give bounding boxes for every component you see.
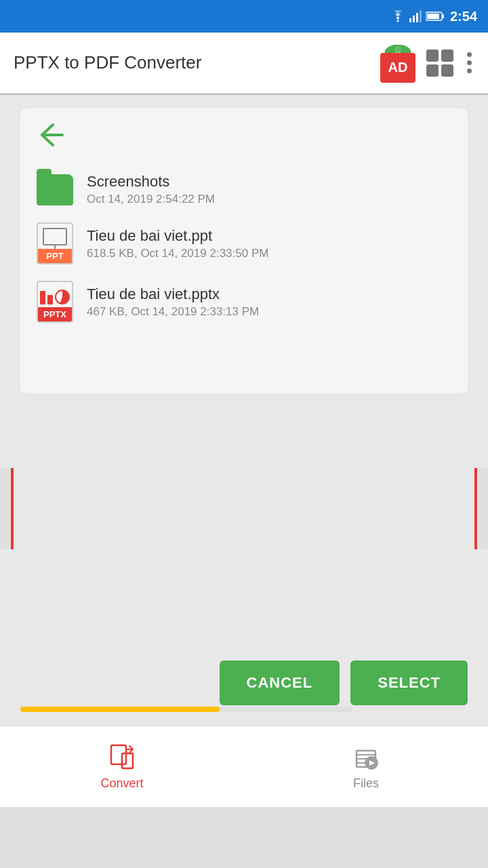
select-button[interactable]: SELECT (350, 660, 468, 705)
progress-bar (20, 707, 352, 712)
nav-item-files[interactable]: Files (244, 743, 488, 791)
svg-rect-3 (416, 13, 418, 22)
battery-icon (426, 11, 445, 22)
file-name: Screenshots (87, 173, 451, 191)
file-meta: Oct 14, 2019 2:54:22 PM (87, 193, 451, 206)
folder-icon (37, 174, 73, 205)
bottom-nav: Convert Files (0, 726, 488, 807)
grid-icon[interactable] (426, 50, 453, 77)
svg-rect-2 (413, 16, 415, 22)
list-item[interactable]: PPT Tieu de bai viet.ppt 618.5 KB, Oct 1… (37, 214, 451, 273)
nav-item-convert[interactable]: Convert (0, 743, 244, 791)
convert-label: Convert (100, 776, 143, 791)
status-bar: 2:54 (0, 0, 488, 33)
list-item[interactable]: Screenshots Oct 14, 2019 2:54:22 PM (37, 165, 451, 214)
file-info: Tieu de bai viet.pptx 467 KB, Oct 14, 20… (87, 285, 451, 319)
status-icons (390, 10, 445, 22)
more-vertical-icon[interactable] (464, 50, 474, 76)
svg-rect-6 (442, 14, 444, 18)
ad-box: AD (380, 53, 415, 83)
file-picker-dialog: Screenshots Oct 14, 2019 2:54:22 PM PPT … (20, 108, 468, 393)
grid-cell (426, 64, 439, 77)
back-button[interactable] (37, 122, 65, 154)
file-info: Tieu de bai viet.ppt 618.5 KB, Oct 14, 2… (87, 227, 451, 260)
svg-rect-7 (427, 14, 439, 19)
dialog-buttons: CANCEL SELECT (220, 660, 468, 705)
file-meta: 467 KB, Oct 14, 2019 2:33:13 PM (87, 305, 451, 319)
back-arrow-icon (37, 122, 65, 148)
app-bar-actions: AD (380, 43, 474, 83)
signal-icon (409, 10, 422, 22)
right-accent (474, 468, 488, 549)
grid-cell (441, 64, 453, 77)
left-accent (0, 468, 14, 549)
ppt-file-icon: PPT (37, 222, 73, 264)
svg-rect-4 (420, 10, 422, 22)
app-title: PPTX to PDF Converter (14, 52, 201, 73)
grid-cell (441, 50, 453, 62)
dot (467, 52, 472, 57)
file-name: Tieu de bai viet.pptx (87, 285, 451, 303)
files-icon (351, 743, 381, 772)
dot (467, 60, 472, 65)
dot (467, 68, 472, 73)
cancel-button[interactable]: CANCEL (220, 660, 340, 705)
main-content: Screenshots Oct 14, 2019 2:54:22 PM PPT … (0, 95, 488, 807)
status-bar-right: 2:54 (390, 9, 477, 24)
file-info: Screenshots Oct 14, 2019 2:54:22 PM (87, 173, 451, 206)
pptx-file-icon: PPTX (37, 281, 73, 323)
convert-icon (107, 743, 137, 772)
svg-rect-13 (122, 753, 133, 768)
svg-point-10 (394, 46, 401, 53)
files-label: Files (353, 776, 379, 791)
list-item[interactable]: PPTX Tieu de bai viet.pptx 467 KB, Oct 1… (37, 273, 451, 331)
ad-button[interactable]: AD (380, 43, 415, 83)
file-name: Tieu de bai viet.ppt (87, 227, 451, 245)
convert-icon-svg (107, 743, 137, 772)
svg-rect-1 (409, 18, 411, 22)
app-bar: PPTX to PDF Converter AD (0, 33, 488, 94)
svg-point-0 (396, 20, 399, 22)
files-icon-svg (351, 743, 381, 772)
svg-rect-12 (111, 745, 126, 764)
wifi-icon (390, 10, 405, 22)
file-meta: 618.5 KB, Oct 14, 2019 2:33:50 PM (87, 247, 451, 260)
clock: 2:54 (450, 9, 477, 24)
progress-fill (20, 707, 220, 712)
grid-cell (426, 50, 439, 62)
